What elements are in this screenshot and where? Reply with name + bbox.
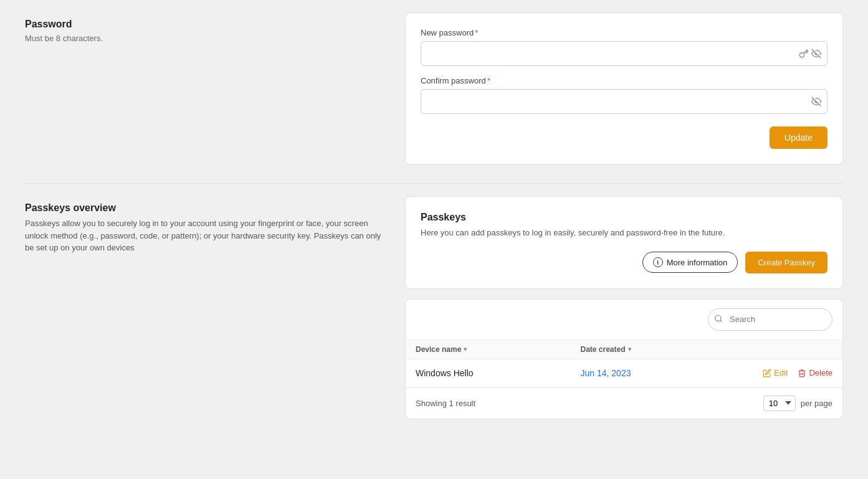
password-card: New password* [405,12,843,164]
row-actions: Edit Delete [745,368,832,377]
eye-off-icon [811,49,821,59]
per-page-label: per page [801,399,832,408]
per-page-select[interactable]: 10 25 50 100 [763,396,796,411]
table-footer: Showing 1 result 10 25 50 100 per page [406,387,842,419]
passkeys-card-title: Passkeys [421,212,827,223]
passkeys-section-description: Passkeys allow you to securely log in to… [25,217,386,254]
confirm-password-label: Confirm password* [421,76,827,85]
svg-point-2 [715,315,721,321]
passkeys-card-description: Here you can add passkeys to log in easi… [421,227,827,239]
search-input[interactable] [708,308,832,331]
sort-date-icon: ▾ [628,346,631,353]
more-information-button[interactable]: i More information [642,252,738,273]
showing-results-text: Showing 1 result [416,399,475,408]
table-header: Device name ▾ Date created ▾ [406,340,842,359]
col-actions-header [745,345,832,354]
col-device-name-header[interactable]: Device name ▾ [416,345,581,354]
key-icon [799,49,809,59]
search-icon [714,314,723,325]
password-section-description: Must be 8 characters. [25,34,386,43]
required-star-confirm: * [487,76,490,85]
delete-icon [798,369,806,377]
more-info-label: More information [667,258,728,267]
delete-button[interactable]: Delete [798,368,832,377]
info-icon: i [653,257,663,267]
new-password-input[interactable] [421,41,827,66]
passkeys-table-card: Device name ▾ Date created ▾ Windows Hel… [405,299,843,419]
confirm-password-input[interactable] [421,89,827,114]
password-section-title: Password [25,19,386,30]
device-name-cell: Windows Hello [416,368,581,378]
create-passkey-button[interactable]: Create Passkey [745,252,827,273]
table-toolbar [406,300,842,340]
table-row: Windows Hello Jun 14, 2023 Edit [406,359,842,387]
sort-device-icon: ▾ [464,346,467,353]
update-button[interactable]: Update [770,126,827,149]
required-star-new: * [475,28,478,37]
col-date-created-header[interactable]: Date created ▾ [581,345,746,354]
svg-line-3 [720,320,722,322]
passkeys-info-card: Passkeys Here you can add passkeys to lo… [405,196,843,289]
password-toggle-icons[interactable] [799,49,821,59]
edit-button[interactable]: Edit [763,368,788,377]
eye-off-icon-confirm [811,97,821,107]
passkeys-section-title: Passkeys overview [25,202,386,214]
confirm-password-toggle-icon[interactable] [811,97,821,107]
date-created-cell: Jun 14, 2023 [581,368,746,378]
new-password-label: New password* [421,28,827,37]
edit-icon [763,369,771,377]
